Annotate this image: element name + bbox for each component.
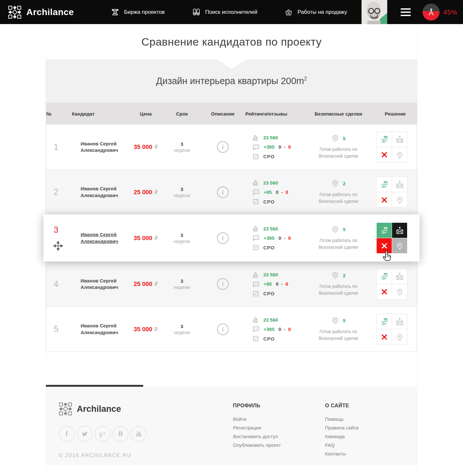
footer-link-faq[interactable]: FAQ [325,442,417,448]
reject-button[interactable] [377,284,392,299]
facebook-icon[interactable]: f [59,426,74,442]
candidate-name-link[interactable]: Иванов Сергей Александрович [81,278,129,291]
add-location-button[interactable] [392,284,407,299]
chat-reviews-icon [252,325,260,333]
deal-hand-box-icon [380,180,389,189]
footer-link-login[interactable]: Войти [233,416,325,422]
reviews-neutral: 0 [276,189,278,195]
add-location-button[interactable] [392,329,407,344]
user-avatar[interactable] [362,0,387,24]
term-unit: недели [163,284,200,290]
offer-deal-button[interactable] [377,223,392,238]
info-icon[interactable]: i [217,186,229,198]
info-icon[interactable]: i [217,278,229,290]
offer-deal-button[interactable] [377,132,392,147]
add-location-button[interactable] [392,147,407,162]
row-number-cell: 5 [46,324,72,334]
offer-deal-button[interactable] [377,269,392,284]
term-value: 3 [163,186,200,192]
term-unit: недели [163,330,200,335]
price-cell: 35 000 ₽ [128,143,163,151]
footer-link-publish-project[interactable]: Опубликовать проект [233,442,325,448]
row-number-cell: 4 [46,279,72,289]
reject-button[interactable] [377,192,392,207]
chat-reviews-icon [252,143,260,151]
candidate-name-link[interactable]: Иванов Сергей Александрович [81,323,129,336]
checkbox-icon [252,335,259,342]
footer-link-contacts[interactable]: Контакты [325,451,417,456]
add-location-button[interactable] [392,192,407,207]
send-message-button[interactable] [392,223,407,238]
footer-brand-link[interactable]: Archilance [59,402,233,416]
vk-icon[interactable]: B [113,426,128,442]
drag-move-icon[interactable] [53,241,63,251]
row-number: 1 [54,142,72,152]
safe-deal-text: Готов работать по безопасной сделке [309,328,368,342]
deal-hand-box-icon [380,272,389,281]
nav-item-works-for-sale[interactable]: Работы на продажу [284,8,347,16]
candidate-name-link[interactable]: Иванов Сергей Александрович [81,141,129,154]
rating-value: 23 560 [263,317,278,323]
footer-link-help[interactable]: Помощь [325,416,417,422]
decision-buttons [376,269,407,300]
youtube-icon[interactable]: You Tube [131,426,146,442]
row-number-cell: 2 [46,187,72,197]
offer-deal-button[interactable] [377,177,392,192]
candidate-name-link[interactable]: Иванов Сергей Александрович [81,231,129,245]
info-icon[interactable]: i [217,232,229,244]
price-cell: 25 000 ₽ [128,281,163,288]
social-links: f g+ B You Tube [59,426,233,442]
currency-symbol: ₽ [154,144,158,150]
add-location-button[interactable] [392,238,407,253]
rating-value: 23 560 [263,272,278,277]
reviews-neutral: 0 [278,144,281,150]
safe-deals-cell: 5 Готов работать по безопасной сделке [303,226,374,251]
nav-label: Работы на продажу [297,9,347,15]
info-icon[interactable]: i [217,324,229,335]
price-value: 35 000 [134,143,152,150]
footer-link-site-rules[interactable]: Правила сайта [325,425,417,430]
footer-link-register[interactable]: Регистрация [233,425,325,430]
candidate-name-link[interactable]: Иванов Сергей Александрович [81,186,129,199]
candidate-cell: Иванов Сергей Александрович [72,231,128,245]
reviews-separator: - [284,235,285,241]
table-header-row: № Кандидат Цена Срок Описание Рейтинги/о… [46,103,417,125]
nav-label: Биржа проектов [124,9,165,15]
term-cell: 3 недели [163,278,200,290]
price-cell: 35 000 ₽ [128,326,163,333]
price-value: 35 000 [134,326,152,333]
info-icon[interactable]: i [217,141,229,153]
send-message-icon [396,226,404,235]
location-pin-plus-icon [396,151,404,159]
header-right-controls: 45% [362,0,463,24]
brand-logo-link[interactable]: Archilance [8,5,74,19]
candidate-cell: Иванов Сергей Александрович [72,186,128,199]
nav-item-find-performers[interactable]: Поиск исполнителей [192,8,257,16]
safe-deals-cell: 2 Готов работать по безопасной сделке [303,272,374,297]
send-message-button[interactable] [392,177,407,192]
reject-x-icon [381,334,388,340]
archilance-logo-icon [59,402,72,416]
google-plus-icon[interactable]: g+ [95,426,110,442]
send-message-button[interactable] [392,269,407,284]
decision-cell [374,132,417,163]
twitter-icon[interactable] [77,426,92,442]
profile-completeness-gauge[interactable]: 45% [423,4,457,21]
column-header-decision: Решение [374,111,417,117]
hamburger-icon[interactable] [401,8,411,16]
send-message-button[interactable] [392,314,407,329]
currency-symbol: ₽ [154,235,158,241]
brand-name: Archilance [26,7,74,17]
nav-item-projects-exchange[interactable]: Биржа проектов [111,8,165,16]
reviews-negative: 0 [285,189,288,195]
offer-deal-button[interactable] [377,314,392,329]
footer-column-title: О САЙТЕ [325,403,417,409]
table-row: 4 Иванов Сергей Александрович 25 000 ₽ 3… [46,262,417,307]
rating-value: 23 560 [263,226,278,231]
term-unit: недели [163,147,200,153]
send-message-button[interactable] [392,132,407,147]
footer-link-team[interactable]: Команда [325,434,417,439]
reject-button[interactable] [377,147,392,162]
footer-link-restore-access[interactable]: Востановить доступ [233,434,325,439]
reject-button[interactable] [377,329,392,344]
